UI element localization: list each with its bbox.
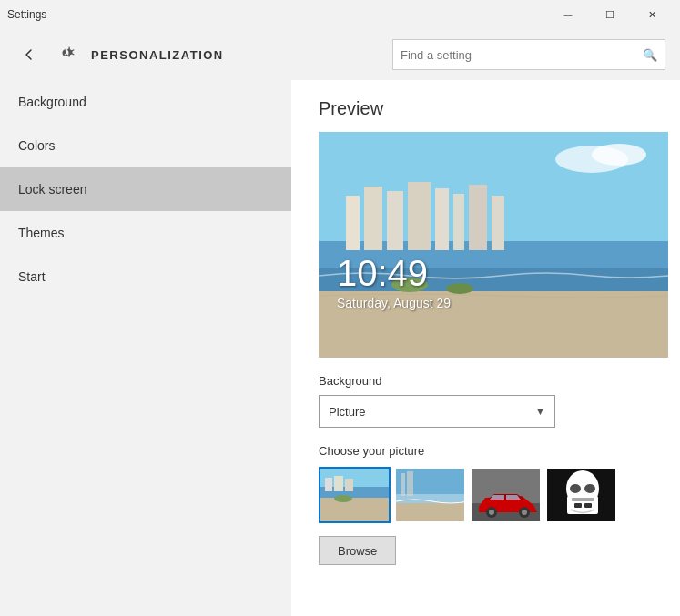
sidebar-item-label: Colors [18,138,55,153]
svg-rect-9 [408,182,431,250]
gear-icon [55,42,80,67]
svg-rect-21 [345,479,353,491]
svg-point-33 [522,510,527,515]
svg-point-22 [334,495,352,502]
svg-point-2 [592,144,646,166]
svg-rect-8 [387,191,403,250]
browse-label: Browse [338,544,377,558]
chevron-down-icon: ▼ [535,406,545,417]
maximize-button[interactable] [589,0,631,29]
svg-rect-13 [492,196,504,250]
svg-rect-23 [396,469,466,496]
svg-rect-10 [435,188,449,250]
maximize-icon [605,9,614,21]
sidebar-item-lock-screen[interactable]: Lock screen [0,167,291,211]
dropdown-selected-value: Picture [329,405,365,419]
svg-rect-26 [401,473,405,496]
title-bar: Settings [0,0,680,29]
svg-rect-40 [574,503,582,508]
svg-rect-11 [453,194,464,250]
thumbnail-4[interactable] [545,467,617,523]
sidebar-item-themes[interactable]: Themes [0,211,291,255]
svg-point-37 [570,484,581,493]
app-header: PERSONALIZATION 🔍 [0,29,680,80]
sidebar-item-colors[interactable]: Colors [0,124,291,167]
thumbnail-1[interactable] [319,467,391,523]
svg-rect-7 [364,187,382,250]
search-icon: 🔍 [643,48,657,62]
thumbnail-3[interactable] [470,467,542,523]
choose-picture-label: Choose your picture [319,444,653,458]
svg-rect-6 [346,196,360,250]
close-button[interactable] [631,0,673,29]
app-title: PERSONALIZATION [91,48,381,62]
svg-rect-12 [469,185,487,250]
preview-image: 10:49 Saturday, August 29 [319,132,668,358]
lock-date: Saturday, August 29 [337,296,451,310]
sidebar-item-background[interactable]: Background [0,80,291,124]
svg-rect-39 [572,498,594,501]
sidebar-item-label: Background [18,95,86,109]
back-arrow-icon [23,48,36,61]
background-dropdown-container: Picture ▼ [319,395,555,428]
background-dropdown[interactable]: Picture ▼ [319,395,555,428]
close-icon [648,9,656,21]
svg-rect-19 [325,478,332,491]
back-button[interactable] [15,40,44,69]
minimize-button[interactable] [547,0,589,29]
main-layout: Background Colors Lock screen Themes Sta… [0,80,680,616]
svg-rect-18 [320,498,391,523]
background-label: Background [319,374,653,388]
search-box[interactable]: 🔍 [392,39,665,70]
title-bar-left: Settings [7,8,46,21]
svg-point-15 [446,283,473,294]
svg-rect-25 [396,503,466,523]
search-input[interactable] [401,48,643,62]
preview-title: Preview [319,98,653,119]
sidebar-item-start[interactable]: Start [0,255,291,298]
sidebar: Background Colors Lock screen Themes Sta… [0,80,291,616]
sidebar-item-label: Lock screen [18,182,86,197]
thumbnails-row [319,467,653,523]
title-bar-app-name: Settings [7,8,46,21]
sidebar-item-label: Themes [18,226,65,240]
svg-rect-41 [584,503,592,508]
lock-time: 10:49 [337,253,428,294]
svg-rect-20 [334,476,343,491]
thumbnail-2[interactable] [394,467,466,523]
browse-button[interactable]: Browse [319,536,396,565]
minimize-icon [564,10,573,20]
content-area: Preview [291,80,680,616]
svg-rect-27 [407,471,413,496]
title-bar-controls [547,0,673,29]
svg-point-38 [584,484,595,493]
beach-preview-svg [319,132,668,358]
sidebar-item-label: Start [18,269,46,284]
svg-point-31 [489,510,494,515]
